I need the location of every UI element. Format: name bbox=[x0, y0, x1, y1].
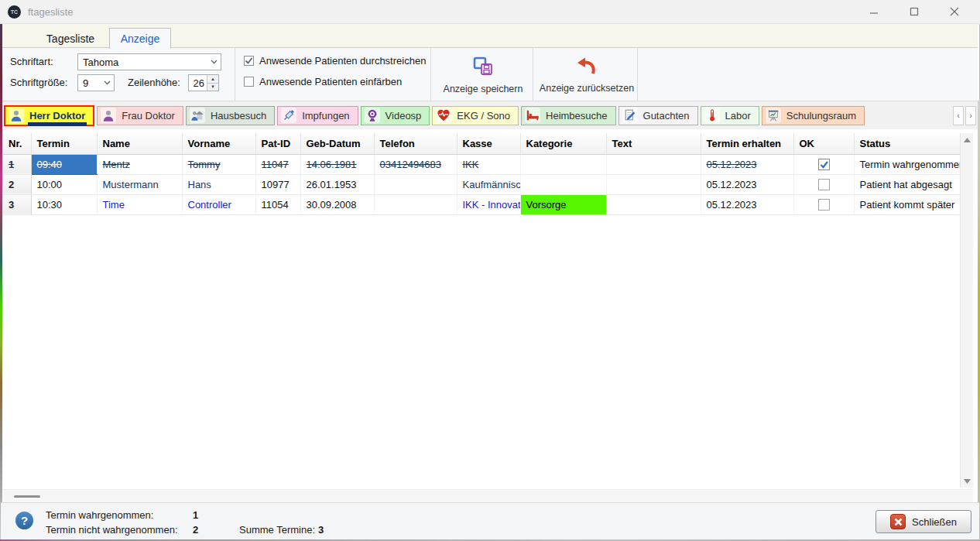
geb-datum-cell[interactable]: 30.09.2008 bbox=[300, 194, 374, 214]
ok-checkbox-checked[interactable] bbox=[818, 159, 830, 170]
kategorie-cell[interactable] bbox=[520, 154, 606, 174]
ok-cell[interactable] bbox=[793, 154, 854, 174]
resource-tab-herr-doktor[interactable]: Herr Doktor bbox=[4, 105, 94, 126]
column-header-geb-datum[interactable]: Geb-Datum bbox=[300, 133, 374, 154]
tab-tagesliste[interactable]: Tagesliste bbox=[33, 28, 108, 49]
text-cell[interactable] bbox=[606, 174, 701, 194]
save-view-button[interactable]: Anzeige speichern bbox=[436, 51, 530, 98]
telefon-cell[interactable] bbox=[374, 194, 457, 214]
maximize-icon[interactable] bbox=[906, 3, 923, 20]
scroll-up-icon[interactable] bbox=[961, 133, 974, 146]
chevron-down-icon bbox=[100, 75, 114, 91]
close-icon[interactable] bbox=[946, 3, 963, 20]
termin-erhalten-cell[interactable]: 05.12.2023 bbox=[701, 174, 793, 194]
resource-tab-videosp[interactable]: Videosp bbox=[361, 106, 430, 125]
column-header-termin[interactable]: Termin bbox=[31, 133, 97, 154]
resource-tab-gutachten[interactable]: Gutachten bbox=[618, 106, 698, 125]
column-header-termin-erhalten[interactable]: Termin erhalten bbox=[701, 133, 793, 154]
resource-tab-schulungsraum[interactable]: Schulungsraum bbox=[762, 106, 865, 125]
text-cell[interactable] bbox=[606, 154, 701, 174]
termin-cell[interactable]: 10:30 bbox=[31, 194, 97, 214]
pat-id-cell[interactable]: 11047 bbox=[255, 154, 300, 174]
kasse-cell[interactable]: Kaufmännisch bbox=[457, 174, 520, 194]
resource-tab-bar: Herr Doktor Frau Doktor Hausbesuch Impfu… bbox=[2, 101, 978, 129]
column-header-ok[interactable]: OK bbox=[793, 133, 854, 154]
telefon-cell[interactable]: 03412494683 bbox=[374, 154, 457, 174]
geb-datum-cell[interactable]: 14.06.1981 bbox=[300, 154, 374, 174]
minimize-icon[interactable] bbox=[865, 3, 882, 20]
table-row[interactable]: 2 10:00 Mustermann Hans 10977 26.01.1953… bbox=[3, 174, 960, 194]
resource-tab-ekg-sono[interactable]: EKG / Sono bbox=[432, 106, 519, 125]
column-header-nr[interactable]: Nr. bbox=[3, 133, 31, 154]
rowheight-stepper[interactable]: 26 ▲ ▼ bbox=[188, 74, 219, 91]
column-header-vorname[interactable]: Vorname bbox=[182, 133, 255, 154]
termin-erhalten-cell[interactable]: 05.12.2023 bbox=[701, 154, 793, 174]
vorname-cell[interactable]: Controller bbox=[182, 194, 255, 214]
rowheight-label: Zeilenhöhe: bbox=[128, 77, 180, 88]
pat-id-cell[interactable]: 11054 bbox=[255, 194, 300, 214]
name-cell[interactable]: Mustermann bbox=[97, 174, 182, 194]
resource-tab-label: Schulungsraum bbox=[786, 110, 856, 122]
row-number-cell[interactable]: 1 bbox=[3, 154, 31, 174]
resource-tab-frau-doktor[interactable]: Frau Doktor bbox=[97, 106, 183, 125]
kasse-cell[interactable]: IKK - Innovati bbox=[457, 194, 520, 214]
stepper-down-icon[interactable]: ▼ bbox=[207, 83, 218, 91]
column-header-kategorie[interactable]: Kategorie bbox=[520, 133, 606, 154]
vorname-cell[interactable]: Hans bbox=[182, 174, 255, 194]
font-select[interactable]: Tahoma bbox=[77, 53, 221, 70]
resource-tabs-scroll-left-icon[interactable]: ‹ bbox=[953, 106, 964, 125]
vertical-scrollbar[interactable] bbox=[960, 133, 973, 488]
status-cell[interactable]: Termin wahrgenommen bbox=[854, 154, 960, 174]
termin-cell[interactable]: 10:00 bbox=[31, 174, 97, 194]
status-cell[interactable]: Patient kommt später bbox=[854, 194, 960, 214]
horizontal-scrollbar[interactable] bbox=[3, 489, 973, 502]
scroll-down-icon[interactable] bbox=[961, 474, 974, 488]
vorname-cell[interactable]: Tommy bbox=[182, 154, 255, 174]
kategorie-cell-highlighted[interactable]: Vorsorge bbox=[520, 194, 606, 214]
ok-checkbox-unchecked[interactable] bbox=[818, 199, 830, 211]
help-icon[interactable]: ? bbox=[15, 512, 33, 529]
table-row[interactable]: 1 09:40 Mentz Tommy 11047 14.06.1981 034… bbox=[3, 154, 960, 174]
column-header-pat-id[interactable]: Pat-ID bbox=[255, 133, 300, 154]
kasse-cell[interactable]: IKK bbox=[457, 154, 520, 174]
resource-tab-hausbesuch[interactable]: Hausbesuch bbox=[186, 106, 275, 125]
document-pen-icon bbox=[622, 108, 638, 123]
resource-tab-labor[interactable]: Labor bbox=[701, 106, 759, 125]
save-view-label: Anzeige speichern bbox=[444, 84, 523, 94]
fontsize-select[interactable]: 9 bbox=[77, 74, 115, 91]
kategorie-cell[interactable] bbox=[520, 174, 606, 194]
strike-checkbox-row[interactable]: Anwesende Patienten durchstreichen bbox=[244, 55, 426, 67]
stepper-up-icon[interactable]: ▲ bbox=[207, 75, 218, 83]
anzeige-toolbar: Schriftart: Tahoma Schriftgröße: 9 Zeile… bbox=[2, 48, 978, 101]
resource-tab-heimbesuche[interactable]: Heimbesuche bbox=[521, 106, 616, 125]
resource-tabs-scroll-right-icon[interactable]: › bbox=[965, 106, 976, 125]
ok-cell[interactable] bbox=[793, 174, 854, 194]
column-header-name[interactable]: Name bbox=[97, 133, 182, 154]
row-number-cell[interactable]: 3 bbox=[3, 194, 31, 214]
table-row[interactable]: 3 10:30 Time Controller 11054 30.09.2008… bbox=[3, 194, 960, 214]
termin-erhalten-cell[interactable]: 05.12.2023 bbox=[701, 194, 793, 214]
name-cell[interactable]: Time bbox=[97, 194, 182, 214]
resource-tab-impfungen[interactable]: Impfungen bbox=[277, 106, 358, 125]
telefon-cell[interactable] bbox=[374, 174, 457, 194]
strike-checkbox[interactable] bbox=[244, 56, 254, 66]
column-header-telefon[interactable]: Telefon bbox=[374, 133, 457, 154]
column-header-status[interactable]: Status bbox=[854, 133, 960, 154]
reset-view-button[interactable]: Anzeige zurücksetzen bbox=[538, 51, 636, 98]
color-checkbox[interactable] bbox=[244, 77, 254, 87]
geb-datum-cell[interactable]: 26.01.1953 bbox=[300, 174, 374, 194]
color-checkbox-row[interactable]: Anwesende Patienten einfärben bbox=[244, 76, 402, 87]
status-cell[interactable]: Patient hat abgesagt bbox=[854, 174, 960, 194]
text-cell[interactable] bbox=[606, 194, 701, 214]
column-header-text[interactable]: Text bbox=[606, 133, 701, 154]
pat-id-cell[interactable]: 10977 bbox=[255, 174, 300, 194]
ok-checkbox-unchecked[interactable] bbox=[818, 179, 830, 190]
ok-cell[interactable] bbox=[793, 194, 854, 214]
name-cell[interactable]: Mentz bbox=[97, 154, 182, 174]
row-number-cell[interactable]: 2 bbox=[3, 174, 31, 194]
termin-cell-selected[interactable]: 09:40 bbox=[31, 154, 97, 174]
tab-anzeige[interactable]: Anzeige bbox=[109, 28, 171, 49]
horizontal-scrollbar-thumb[interactable] bbox=[14, 495, 40, 498]
close-dialog-button[interactable]: Schließen bbox=[875, 510, 971, 533]
column-header-kasse[interactable]: Kasse bbox=[457, 133, 520, 154]
